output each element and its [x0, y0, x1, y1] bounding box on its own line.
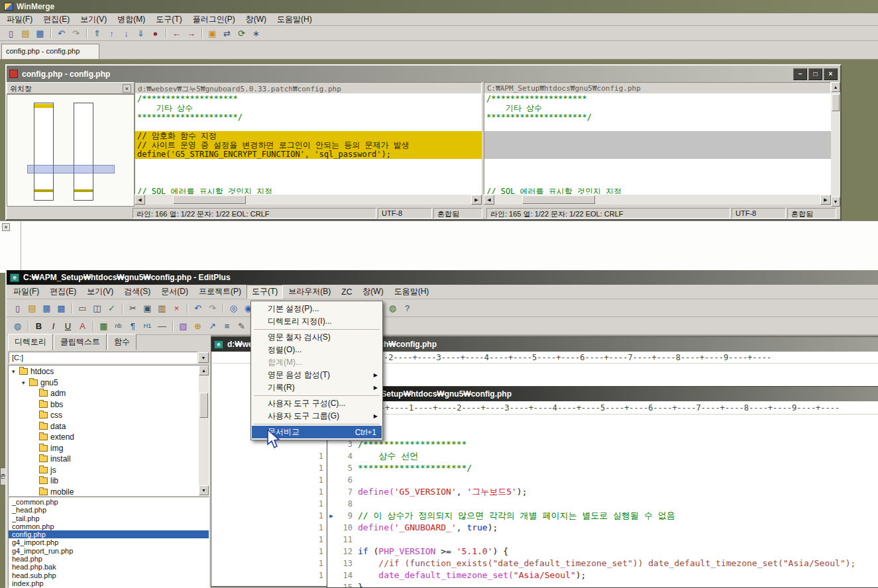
copy-icon[interactable]: ▣ — [140, 301, 154, 315]
browser-preview-icon[interactable]: ◍ — [11, 319, 25, 332]
image-icon[interactable]: ▧ — [176, 319, 190, 332]
winmerge-menu-merge[interactable]: 병합(M) — [112, 13, 150, 26]
cut-icon[interactable]: ✂ — [126, 301, 140, 315]
vertical-scrollbar[interactable]: ▲ ▼ — [831, 82, 840, 207]
tree-item-mobile[interactable]: mobile — [9, 487, 199, 496]
scrollbar-thumb[interactable] — [173, 195, 246, 204]
tree-item-htdocs[interactable]: ▾htdocs — [9, 366, 199, 377]
tools-menu-item-record-keystrokes[interactable]: 기록(R)▶ — [252, 381, 382, 394]
sidebar-tab-functions[interactable]: 함수 — [107, 334, 137, 350]
editplus-menu-tools[interactable]: 도구(T) — [247, 285, 283, 299]
right-file-path-header[interactable]: C:₩APM_Setup₩htdocs₩gnu5₩config.php — [484, 82, 831, 94]
tree-item-extend[interactable]: extend — [9, 432, 199, 443]
close-icon[interactable]: × — [824, 68, 838, 80]
right-file-map[interactable] — [74, 103, 93, 201]
file-item-index.php[interactable]: index.php — [9, 579, 209, 587]
tree-item-css[interactable]: css — [9, 410, 199, 421]
plugins-icon[interactable]: ∗ — [249, 26, 263, 40]
scroll-down-icon[interactable]: ▼ — [199, 485, 209, 495]
new-icon[interactable]: ▯ — [4, 26, 18, 40]
scroll-right-icon[interactable]: ▶ — [820, 195, 831, 205]
save-icon[interactable]: ▦ — [40, 301, 54, 315]
winmerge-menu-plugins[interactable]: 플러그인(P) — [188, 13, 241, 26]
tools-menu-item-sort[interactable]: 정렬(O)... — [252, 344, 382, 356]
horizontal-rule-icon[interactable]: — — [155, 319, 169, 332]
file-item-common.php[interactable]: common.php — [9, 522, 209, 530]
scroll-down-icon[interactable]: ▼ — [831, 197, 840, 207]
file-item-_common.php[interactable]: _common.php — [9, 498, 209, 506]
anchor-icon[interactable]: ⊕ — [191, 319, 205, 332]
file-item-g4_import.php[interactable]: g4_import.php — [9, 538, 209, 546]
prev-diff-icon[interactable]: ↑ — [105, 26, 119, 40]
tree-item-gnu5[interactable]: ▾gnu5 — [9, 377, 199, 389]
tools-menu-item-set-directory[interactable]: 디렉토리 지정(I)... — [252, 315, 382, 328]
minimize-icon[interactable]: – — [793, 68, 807, 80]
close-icon[interactable]: × — [2, 223, 10, 231]
print-icon[interactable]: ▭ — [76, 301, 89, 315]
paragraph-icon[interactable]: ¶ — [126, 319, 140, 332]
drive-combobox[interactable]: [C:] — [9, 352, 197, 364]
location-pane-body[interactable] — [7, 94, 135, 207]
tree-item-lib[interactable]: lib — [9, 475, 199, 487]
winmerge-menu-file[interactable]: 파일(F) — [1, 13, 38, 26]
save-all-icon[interactable]: ▩ — [54, 301, 68, 315]
left-file-path-header[interactable]: d:₩websev₩그누5₩gnuboard5.0.33.patch₩confi… — [135, 82, 482, 94]
file-item-config.php[interactable]: config.php — [9, 530, 209, 538]
editplus-menu-help[interactable]: 도움말(H) — [389, 285, 435, 299]
help-pointer-icon[interactable]: ? — [400, 301, 414, 315]
editplus-menu-browser[interactable]: 브라우저(B) — [283, 285, 336, 299]
editplus-menu-zc[interactable]: ZC — [336, 286, 357, 298]
left-horizontal-scrollbar[interactable]: ◀ ▶ — [135, 194, 482, 205]
find-icon[interactable]: ◎ — [227, 301, 241, 315]
winmerge-titlebar[interactable]: WinMerge — [0, 0, 878, 13]
tools-menu-item-text-to-speech[interactable]: 영문 음성 합성(T)▶ — [252, 369, 382, 381]
winmerge-menu-help[interactable]: 도움말(H) — [272, 13, 317, 26]
editplus-menu-search[interactable]: 검색(S) — [119, 285, 156, 299]
tree-scrollbar[interactable]: ▲ ▼ — [199, 366, 209, 495]
options-icon[interactable]: ▣ — [205, 26, 219, 40]
font-color-icon[interactable]: A — [76, 319, 89, 332]
file-item-g4_import_run.php[interactable]: g4_import_run.php — [9, 547, 209, 555]
code-editor[interactable]: 123/********************4 상수 선언5********… — [327, 415, 878, 587]
scrollbar-thumb[interactable] — [199, 393, 208, 418]
scroll-up-icon[interactable]: ▲ — [199, 366, 209, 375]
browser-view-icon[interactable]: ◍ — [386, 301, 400, 315]
new-icon[interactable]: ▯ — [11, 301, 25, 315]
winmerge-file-tab[interactable]: config.php - config.php — [1, 44, 99, 59]
open-icon[interactable]: ▤ — [19, 26, 32, 40]
swap-panes-icon[interactable]: ⇄ — [220, 26, 234, 40]
next-diff-icon[interactable]: ↓ — [119, 26, 133, 40]
left-code-view[interactable]: /******************** 기타 상수*************… — [135, 94, 482, 194]
open-icon[interactable]: ▤ — [25, 301, 39, 315]
tree-item-install[interactable]: install — [9, 454, 199, 465]
editplus-menu-project[interactable]: 프로젝트(P) — [193, 285, 247, 299]
sidebar-tab-directory[interactable]: 디렉토리 — [8, 334, 53, 351]
save-icon[interactable]: ▦ — [33, 26, 47, 40]
sidebar-tab-cliptext[interactable]: 클립텍스트 — [54, 334, 107, 350]
undo-icon[interactable]: ↶ — [191, 301, 205, 315]
paste-icon[interactable]: ▥ — [155, 301, 169, 315]
tools-menu-item-sum[interactable]: 합계(M)... — [252, 356, 382, 369]
tree-item-js[interactable]: js — [9, 465, 199, 476]
bold-icon[interactable]: B — [32, 319, 46, 332]
editplus-menu-document[interactable]: 문서(D) — [156, 285, 193, 299]
expand-icon[interactable]: ▾ — [22, 379, 29, 386]
hyperlink-icon[interactable]: ↗ — [205, 319, 219, 332]
file-item-_head.php[interactable]: _head.php — [9, 506, 209, 514]
scrollbar-thumb[interactable] — [832, 94, 840, 111]
right-horizontal-scrollbar[interactable]: ◀ ▶ — [484, 194, 831, 205]
winmerge-menu-view[interactable]: 보기(V) — [75, 13, 112, 26]
tools-menu-item-configure-user-tools[interactable]: 사용자 도구 구성(C)... — [252, 397, 382, 410]
editplus-menu-edit[interactable]: 편집(E) — [44, 285, 82, 299]
editplus-menu-view[interactable]: 보기(V) — [82, 285, 119, 299]
copy-left-icon[interactable]: ← — [170, 26, 184, 40]
close-icon[interactable]: × — [123, 84, 131, 93]
left-file-map[interactable] — [34, 103, 54, 201]
heading-1-icon[interactable]: H1 — [140, 319, 154, 332]
chevron-down-icon[interactable]: ▼ — [198, 352, 209, 363]
file-item-head.php.bak[interactable]: head.php.bak — [9, 563, 209, 571]
pencil-icon[interactable]: ✎ — [235, 319, 248, 332]
right-code-view[interactable]: /******************** 기타 상수*************… — [484, 94, 831, 194]
redo-icon[interactable]: ↷ — [205, 301, 219, 315]
file-item-head.sub.php[interactable]: head.sub.php — [9, 571, 209, 579]
